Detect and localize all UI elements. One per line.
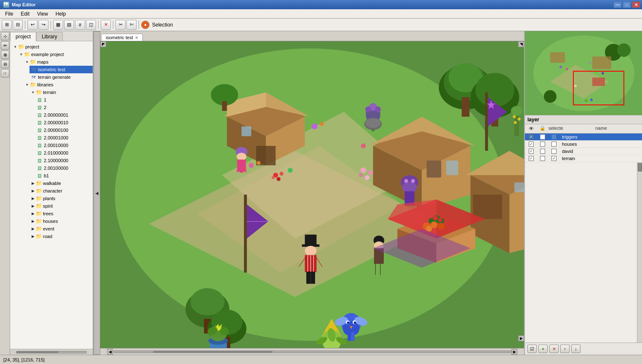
toolbar-delete[interactable]: ✕ <box>101 20 111 30</box>
tree-terrain-2[interactable]: 🖼 2 <box>35 104 93 111</box>
tool-pencil[interactable]: ✏ <box>1 41 9 50</box>
layer-scrollbar-v[interactable] <box>637 162 642 343</box>
tree-terrain-200100000[interactable]: 🖼 2.00100000 <box>35 164 93 172</box>
tree-houses[interactable]: ▶ 📁 houses <box>29 217 93 225</box>
map-scrollbar-horizontal[interactable]: ◀ ▶ <box>100 348 524 355</box>
collapse-panel-button[interactable]: ◀ <box>94 31 100 355</box>
scroll-left-btn[interactable]: ◀ <box>107 349 113 355</box>
tree-trees[interactable]: ▶ 📁 trees <box>29 210 93 217</box>
visible-checkbox-triggers[interactable] <box>529 134 534 139</box>
toolbar-copy[interactable]: ✄ <box>126 20 136 30</box>
layer-sel-terrain[interactable] <box>548 156 560 161</box>
visible-checkbox-david[interactable] <box>529 149 534 154</box>
map-tab-isometric-test[interactable]: isometric test ✕ <box>101 34 143 41</box>
tree-terrain-201000000[interactable]: 🖼 2.01000000 <box>35 149 93 157</box>
sel-checkbox-david[interactable] <box>551 149 556 154</box>
lock-checkbox-terrain[interactable] <box>540 156 545 161</box>
tool-hand[interactable]: ☞ <box>1 69 9 78</box>
layer-lock-david[interactable] <box>538 149 548 154</box>
layer-visible-terrain[interactable] <box>525 156 538 161</box>
minimize-button[interactable]: — <box>613 1 622 8</box>
layer-move-down-btn[interactable]: ↓ <box>571 345 580 353</box>
tab-library[interactable]: Library <box>36 32 63 41</box>
tree-terrain-b1[interactable]: 🖼 b1 <box>35 172 93 179</box>
tree-terrain-210000000[interactable]: 🖼 2.10000000 <box>35 157 93 164</box>
scroll-right-btn[interactable]: ▶ <box>511 349 517 355</box>
layer-sel-houses[interactable] <box>548 142 560 147</box>
sel-checkbox-houses[interactable] <box>551 142 556 147</box>
menu-file[interactable]: File <box>2 10 16 18</box>
tree-terrain-200000010[interactable]: 🖼 2.00000010 <box>35 119 93 126</box>
toolbar-new-map[interactable]: ⊞ <box>2 20 12 30</box>
tree-walkable[interactable]: ▶ 📁 walkable <box>29 179 93 187</box>
tool-erase[interactable]: ⊖ <box>1 60 9 68</box>
center-area: isometric test ✕ ◤ ◥ ▶ <box>100 31 524 355</box>
layer-visible-houses[interactable] <box>525 142 538 147</box>
layer-row-triggers[interactable]: triggers <box>525 134 642 141</box>
layer-move-up-btn[interactable]: ↑ <box>560 345 570 353</box>
tree-road[interactable]: ▶ 📁 road <box>29 233 93 240</box>
close-button[interactable]: ✕ <box>632 1 640 8</box>
map-nav-up-left[interactable]: ◤ <box>100 41 106 47</box>
layer-check-all-btn[interactable]: ☑ <box>527 345 537 353</box>
visible-checkbox-terrain[interactable] <box>529 156 534 161</box>
layer-row-david[interactable]: david <box>525 148 642 155</box>
layer-lock-houses[interactable] <box>538 142 548 147</box>
toolbar-undo[interactable]: ↩ <box>27 20 37 30</box>
tree-spirit[interactable]: ▶ 📁 spirit <box>29 202 93 210</box>
toolbar-cut[interactable]: ✂ <box>115 20 126 30</box>
tree-terrain-generate[interactable]: 🗺 terrain generate <box>29 73 93 81</box>
lock-checkbox-david[interactable] <box>540 149 545 154</box>
minimap-image[interactable] <box>525 31 642 115</box>
layer-row-houses[interactable]: houses <box>525 141 642 148</box>
layer-lock-triggers[interactable] <box>538 134 548 139</box>
tree-terrain-200000001[interactable]: 🖼 2.00000001 <box>35 111 93 119</box>
tree-plants[interactable]: ▶ 📁 plants <box>29 195 93 202</box>
tool-add[interactable]: ⊕ <box>1 51 9 59</box>
menu-help[interactable]: Help <box>52 10 70 18</box>
layer-remove-btn[interactable]: ✕ <box>549 345 559 353</box>
toolbar-grid-1[interactable]: ▦ <box>53 20 63 30</box>
tree-libraries[interactable]: ▾ 📁 libraries <box>24 81 93 88</box>
tree-character[interactable]: ▶ 📁 character <box>29 187 93 195</box>
map-tab-close[interactable]: ✕ <box>135 35 138 40</box>
layer-sel-david[interactable] <box>548 149 560 154</box>
tree-terrain-200000100[interactable]: 🖼 2.00000100 <box>35 126 93 134</box>
toolbar-redo[interactable]: ↪ <box>38 20 48 30</box>
layer-visible-david[interactable] <box>525 149 538 154</box>
toolbar-toggle[interactable]: ◫ <box>86 20 96 30</box>
tree-terrain-1[interactable]: 🖼 1 <box>35 96 93 104</box>
toolbar-record[interactable]: ● <box>141 21 150 29</box>
lock-checkbox-houses[interactable] <box>540 142 545 147</box>
scroll-thumb-h[interactable] <box>153 351 272 353</box>
toolbar-open-map[interactable]: ⊟ <box>13 20 23 30</box>
layer-lock-terrain[interactable] <box>538 156 548 161</box>
tree-example-project[interactable]: ▾ 📁 example project <box>18 51 93 58</box>
tree-terrain-200010000[interactable]: 🖼 2.00010000 <box>35 142 93 149</box>
tree-maps[interactable]: ▾ 📁 maps <box>24 58 93 66</box>
panel-scrollbar-h[interactable] <box>10 349 93 355</box>
layer-add-btn[interactable]: + <box>538 345 548 353</box>
toolbar-hash[interactable]: # <box>75 20 85 30</box>
map-nav-scroll-right[interactable]: ▶ <box>518 335 524 341</box>
layer-row-terrain[interactable]: terrain <box>525 155 642 162</box>
visible-checkbox-houses[interactable] <box>529 142 534 147</box>
map-nav-up-right[interactable]: ◥ <box>518 41 524 47</box>
tree-terrain-folder[interactable]: ▾ 📁 terrain <box>29 88 93 96</box>
layer-sel-triggers[interactable] <box>548 134 560 139</box>
lock-checkbox-triggers[interactable] <box>540 134 545 139</box>
menu-view[interactable]: View <box>34 10 51 18</box>
layer-scroll-thumb[interactable] <box>638 163 642 171</box>
menu-edit[interactable]: Edit <box>17 10 33 18</box>
sel-checkbox-triggers[interactable] <box>551 134 556 139</box>
tool-select[interactable]: ⊹ <box>1 32 9 40</box>
toolbar-grid-2[interactable]: ▤ <box>64 20 74 30</box>
tree-isometric-test[interactable]: 🗺 isometric test <box>29 66 93 73</box>
maximize-button[interactable]: □ <box>623 1 631 8</box>
tree-event[interactable]: ▶ 📁 event <box>29 225 93 233</box>
tab-project[interactable]: project <box>10 32 36 41</box>
layer-visible-triggers[interactable] <box>525 134 538 139</box>
tree-terrain-200001000[interactable]: 🖼 2.00001000 <box>35 134 93 142</box>
sel-checkbox-terrain[interactable] <box>551 156 556 161</box>
map-canvas[interactable]: ◤ ◥ ▶ <box>100 41 524 348</box>
